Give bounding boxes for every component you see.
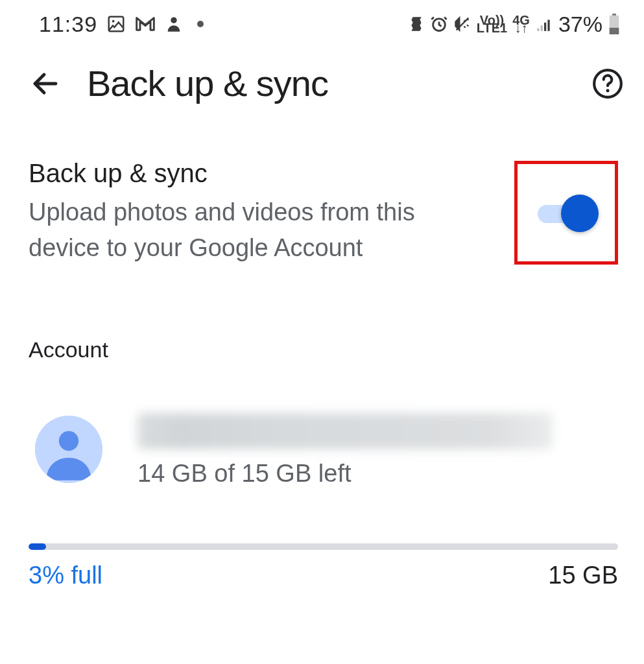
svg-point-13 (606, 89, 610, 92)
arrow-left-icon (30, 68, 61, 99)
backup-sync-title: Back up & sync (29, 159, 495, 188)
storage-percent-full: 3% full (29, 562, 102, 589)
dot-icon (197, 21, 204, 27)
play-update-icon (408, 16, 425, 32)
volte-icon: Vo)) LTE1 (477, 16, 507, 32)
toggle-thumb (561, 195, 599, 232)
network-4g-icon: 4G ↓↑ (512, 16, 530, 32)
account-section-label: Account (29, 337, 618, 362)
signal-icon (535, 16, 553, 32)
alarm-icon (430, 15, 448, 33)
avatar (35, 416, 102, 483)
backup-sync-description: Upload photos and videos from this devic… (29, 195, 431, 266)
account-email-redacted (137, 413, 553, 449)
storage-labels: 3% full 15 GB (29, 562, 618, 589)
svg-rect-5 (541, 25, 543, 31)
person-icon (35, 416, 102, 483)
svg-point-15 (59, 431, 78, 451)
help-button[interactable] (590, 65, 626, 102)
help-icon (591, 67, 624, 100)
svg-rect-8 (612, 14, 616, 16)
back-button[interactable] (27, 65, 64, 102)
storage-progress-fill (29, 543, 46, 550)
backup-sync-toggle[interactable] (538, 195, 595, 231)
gmail-icon (135, 14, 156, 34)
storage-total: 15 GB (548, 562, 618, 589)
status-bar: 11:39 Vo)) LTE1 4G ↓↑ (0, 0, 644, 47)
storage-progress-bar (29, 543, 618, 550)
svg-rect-10 (610, 28, 619, 34)
person-notification-icon (165, 14, 183, 34)
svg-rect-4 (537, 29, 539, 31)
storage-usage: 3% full 15 GB (29, 543, 618, 589)
backup-sync-row: Back up & sync Upload photos and videos … (29, 159, 618, 266)
svg-rect-6 (544, 23, 546, 31)
vibrate-mute-icon (453, 15, 471, 33)
svg-point-1 (112, 20, 115, 23)
svg-rect-7 (547, 20, 549, 31)
status-left: 11:39 (39, 12, 204, 37)
status-right: Vo)) LTE1 4G ↓↑ 37% (408, 12, 621, 37)
image-icon (106, 14, 126, 34)
page-title: Back up & sync (87, 62, 566, 104)
header: Back up & sync (0, 47, 644, 120)
account-row[interactable]: 14 GB of 15 GB left (29, 410, 618, 488)
battery-icon (608, 14, 621, 34)
battery-percent: 37% (558, 12, 602, 37)
status-clock: 11:39 (39, 12, 97, 37)
content: Back up & sync Upload photos and videos … (0, 120, 644, 589)
account-info: 14 GB of 15 GB left (137, 410, 618, 488)
toggle-highlight-box (514, 161, 618, 265)
backup-sync-text: Back up & sync Upload photos and videos … (29, 159, 495, 266)
svg-point-2 (171, 18, 176, 23)
account-storage-text: 14 GB of 15 GB left (137, 460, 618, 488)
